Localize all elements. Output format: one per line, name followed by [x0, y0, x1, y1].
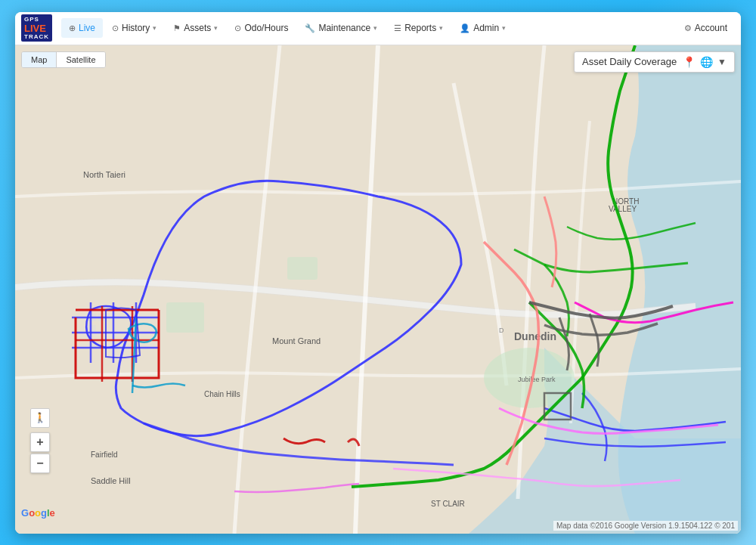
nav-item-admin[interactable]: 👤 Admin ▾ — [452, 18, 513, 38]
svg-text:ST CLAIR: ST CLAIR — [431, 500, 465, 508]
map-attribution: Map data ©2016 Google Version 1.9.1504.1… — [553, 521, 738, 531]
svg-text:D: D — [499, 327, 504, 334]
account-menu[interactable]: ⚙ Account — [677, 18, 735, 38]
history-arrow-icon: ▾ — [153, 24, 156, 32]
person-icon: 🚶 — [34, 412, 46, 423]
nav-label-odo: Odo/Hours — [244, 23, 288, 33]
svg-text:Saddle Hill: Saddle Hill — [91, 476, 131, 485]
nav-item-assets[interactable]: ⚑ Assets ▾ — [166, 18, 225, 38]
coverage-icons: 📍 🌐 ▼ — [683, 56, 727, 68]
svg-text:Jubilee Park: Jubilee Park — [518, 376, 556, 383]
nav-label-history: History — [122, 23, 150, 33]
account-gear-icon: ⚙ — [684, 23, 692, 33]
admin-arrow-icon: ▾ — [502, 24, 506, 32]
nav-items: ⊕ Live ⊙ History ▾ ⚑ Assets ▾ ⊙ Odo/Hour… — [61, 18, 677, 38]
svg-text:Dunedin: Dunedin — [514, 330, 556, 342]
account-label: Account — [695, 23, 727, 33]
svg-rect-3 — [166, 302, 204, 333]
zoom-in-button[interactable]: + — [30, 432, 50, 452]
nav-item-history[interactable]: ⊙ History ▾ — [104, 18, 164, 38]
svg-text:Fairfield: Fairfield — [91, 451, 118, 459]
maintenance-icon: 🔧 — [305, 23, 315, 33]
logo: GPS LIVE TRACK — [21, 14, 52, 42]
odo-icon: ⊙ — [234, 23, 241, 33]
chevron-down-icon[interactable]: ▼ — [717, 57, 727, 67]
pin-icon[interactable]: 📍 — [683, 56, 696, 68]
map-container: Jubilee Park North Taieri Mount Grand Sa… — [15, 45, 741, 534]
satellite-view-button[interactable]: Satellite — [56, 52, 104, 67]
svg-text:Chain Hills: Chain Hills — [204, 390, 240, 398]
app-container: GPS LIVE TRACK ⊕ Live ⊙ History ▾ ⚑ Asse… — [15, 12, 741, 534]
svg-text:North Taieri: North Taieri — [83, 170, 125, 179]
reports-arrow-icon: ▾ — [439, 24, 443, 32]
live-icon: ⊕ — [69, 23, 76, 33]
assets-icon: ⚑ — [173, 23, 181, 33]
nav-label-reports: Reports — [404, 23, 436, 33]
nav-label-assets: Assets — [184, 23, 211, 33]
zoom-controls: 🚶 + − — [30, 408, 50, 473]
admin-icon: 👤 — [460, 23, 470, 33]
nav-item-live[interactable]: ⊕ Live — [61, 18, 103, 38]
svg-rect-4 — [287, 257, 318, 280]
maintenance-arrow-icon: ▾ — [373, 24, 377, 32]
zoom-out-button[interactable]: − — [30, 454, 50, 473]
nav-label-maintenance: Maintenance — [318, 23, 370, 33]
nav-item-odo[interactable]: ⊙ Odo/Hours — [227, 18, 296, 38]
map-type-controls: Map Satellite — [21, 51, 106, 68]
nav-item-reports[interactable]: ☰ Reports ▾ — [386, 18, 451, 38]
map-view-button[interactable]: Map — [22, 52, 56, 67]
nav-label-admin: Admin — [473, 23, 499, 33]
street-view-button[interactable]: 🚶 — [30, 408, 50, 428]
history-icon: ⊙ — [112, 23, 119, 33]
svg-text:Mount Grand: Mount Grand — [272, 336, 321, 345]
globe-icon[interactable]: 🌐 — [700, 56, 713, 68]
coverage-title: Asset Daily Coverage — [582, 56, 677, 67]
coverage-panel[interactable]: Asset Daily Coverage 📍 🌐 ▼ — [574, 51, 735, 73]
assets-arrow-icon: ▾ — [214, 24, 218, 32]
navbar: GPS LIVE TRACK ⊕ Live ⊙ History ▾ ⚑ Asse… — [15, 12, 741, 45]
reports-icon: ☰ — [394, 23, 401, 33]
nav-item-maintenance[interactable]: 🔧 Maintenance ▾ — [297, 18, 385, 38]
logo-box: GPS LIVE TRACK — [21, 14, 52, 42]
google-logo: Google — [21, 507, 55, 519]
map-background: Jubilee Park North Taieri Mount Grand Sa… — [15, 45, 741, 534]
svg-text:VALLEY: VALLEY — [609, 205, 637, 213]
nav-label-live: Live — [79, 23, 95, 33]
